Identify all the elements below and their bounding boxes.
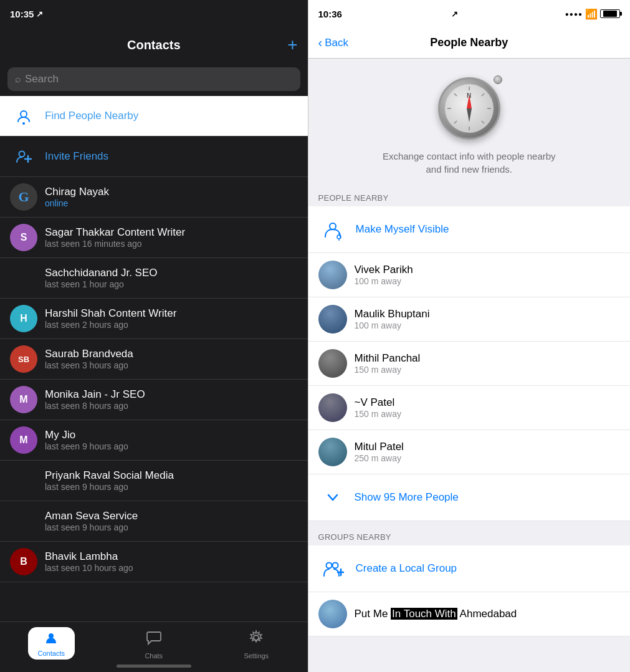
nav-contacts-container: Contacts [28, 627, 75, 660]
avatar [10, 467, 37, 494]
nearby-person-item[interactable]: Mithil Panchal 150 m away [308, 342, 630, 386]
create-group-icon-container [318, 554, 347, 583]
svg-line-13 [454, 121, 457, 123]
nearby-name: Vivek Parikh [355, 264, 413, 276]
section-separator [308, 521, 630, 527]
find-people-nearby-item[interactable]: Find People Nearby [0, 96, 308, 137]
contact-info: Sachchidanand Jr. SEO last seen 1 hour a… [45, 267, 298, 289]
contact-name: Harshil Shah Content Writer [45, 307, 298, 320]
make-visible-label: Make Myself Visible [356, 223, 449, 236]
compass-description: Exchange contact info with people nearby… [383, 150, 556, 176]
nearby-person-item[interactable]: Vivek Parikh 100 m away [308, 253, 630, 297]
contact-name: My Jio [45, 429, 298, 441]
settings-nav-icon [248, 630, 264, 650]
contacts-title: Contacts [127, 38, 181, 52]
avatar: M [10, 386, 37, 413]
left-panel: 10:35 ↗ Contacts + ⌕ Search Find People … [0, 0, 308, 672]
contact-item[interactable]: Priyank Raval Social Media last seen 9 h… [0, 461, 308, 501]
wifi-icon: 📶 [585, 8, 598, 20]
status-bar-right: 10:36 ↗ ●●●● 📶 [308, 0, 630, 27]
nav-settings[interactable]: Settings [205, 627, 308, 660]
nearby-avatar [318, 305, 347, 334]
back-button[interactable]: ‹ Back [318, 36, 348, 50]
nearby-info: Maulik Bhuptani 100 m away [355, 308, 430, 330]
contact-item[interactable]: SB Saurab Brandveda last seen 3 hours ag… [0, 339, 308, 380]
compass-section: N Exchange contact info with people near… [308, 59, 630, 188]
contact-name: Priyank Raval Social Media [45, 469, 298, 482]
add-contact-button[interactable]: + [287, 35, 297, 55]
status-bar-left: 10:35 ↗ [0, 0, 308, 27]
contact-status: last seen 3 hours ago [45, 360, 298, 370]
contact-item[interactable]: M My Jio last seen 9 hours ago [0, 420, 308, 461]
contact-name: Aman Seva Service [45, 510, 298, 522]
contact-item[interactable]: M Monika Jain - Jr SEO last seen 8 hours… [0, 380, 308, 420]
contact-status: last seen 9 hours ago [45, 441, 298, 451]
nearby-info: Mithil Panchal 150 m away [355, 352, 421, 375]
contact-info: Harshil Shah Content Writer last seen 2 … [45, 307, 298, 330]
invite-friends-item[interactable]: Invite Friends [0, 137, 308, 177]
contacts-nav-label: Contacts [38, 650, 65, 657]
svg-point-2 [19, 151, 25, 157]
bottom-nav-items: Contacts Chats Settings [0, 622, 308, 660]
contact-item[interactable]: G Chirag Nayak online [0, 177, 308, 218]
contact-info: Priyank Raval Social Media last seen 9 h… [45, 469, 298, 492]
create-group-icon [322, 557, 344, 580]
create-local-group-button[interactable]: Create a Local Group [308, 545, 630, 592]
contact-info: My Jio last seen 9 hours ago [45, 429, 298, 451]
put-in-touch-info: Put Me In Touch With Ahmedabad [355, 608, 620, 620]
contact-item[interactable]: B Bhavik Lambha last seen 10 hours ago [0, 542, 308, 582]
nav-bar-right: ‹ Back People Nearby [308, 27, 630, 59]
nav-chats[interactable]: Chats [103, 627, 206, 660]
chats-nav-icon [146, 630, 162, 650]
contact-item[interactable]: S Sagar Thakkar Content Writer last seen… [0, 218, 308, 258]
compass-icon: N [438, 77, 500, 140]
dots-icon: ●●●● [565, 11, 583, 17]
time-right: 10:36 [318, 9, 342, 19]
page-title: People Nearby [430, 36, 508, 49]
nearby-avatar [318, 393, 347, 422]
chevron-down-icon [318, 483, 347, 512]
search-bar[interactable]: ⌕ Search [7, 67, 300, 91]
nearby-person-item[interactable]: Maulik Bhuptani 100 m away [308, 297, 630, 342]
time-left: 10:35 [10, 9, 34, 19]
contacts-nav-icon [44, 631, 58, 648]
contact-status: last seen 1 hour ago [45, 279, 298, 289]
show-more-button[interactable]: Show 95 More People [308, 474, 630, 521]
put-in-touch-avatar [318, 600, 347, 628]
search-placeholder: Search [25, 73, 59, 85]
nearby-name: Mitul Patel [355, 441, 404, 453]
avatar: G [10, 183, 37, 211]
groups-nearby-list: Create a Local Group Put Me In Touch Wit… [308, 545, 630, 636]
nearby-person-item[interactable]: ~V Patel 150 m away [308, 386, 630, 430]
find-people-info: Find People Nearby [45, 110, 298, 122]
nearby-name: Mithil Panchal [355, 352, 421, 365]
show-more-label: Show 95 More People [355, 491, 459, 504]
home-indicator [117, 665, 191, 668]
make-visible-row[interactable]: Make Myself Visible [308, 206, 630, 253]
nav-contacts[interactable]: Contacts [0, 627, 103, 660]
people-nearby-list: Make Myself Visible Vivek Parikh 100 m a… [308, 206, 630, 521]
contact-status: last seen 16 minutes ago [45, 239, 298, 249]
nearby-person-item[interactable]: Mitul Patel 250 m away [308, 430, 630, 474]
put-in-touch-item[interactable]: Put Me In Touch With Ahmedabad [308, 592, 630, 636]
nearby-distance: 250 m away [355, 453, 404, 463]
bottom-nav: Contacts Chats Settings [0, 622, 308, 672]
avatar: B [10, 548, 37, 575]
contact-item[interactable]: Aman Seva Service last seen 9 hours ago [0, 501, 308, 542]
invite-friends-icon [10, 143, 37, 170]
chats-nav-label: Chats [145, 652, 163, 660]
location-icon-right: ↗ [451, 9, 458, 19]
svg-point-20 [326, 563, 332, 569]
contact-item[interactable]: Sachchidanand Jr. SEO last seen 1 hour a… [0, 258, 308, 299]
contact-info: Monika Jain - Jr SEO last seen 8 hours a… [45, 388, 298, 411]
svg-point-0 [21, 111, 27, 117]
find-people-label: Find People Nearby [45, 110, 298, 122]
invite-friends-label: Invite Friends [45, 150, 298, 163]
contact-item[interactable]: H Harshil Shah Content Writer last seen … [0, 299, 308, 339]
battery-icon [600, 9, 620, 18]
create-local-group-label: Create a Local Group [356, 562, 457, 575]
put-in-touch-name: Put Me In Touch With Ahmedabad [355, 608, 620, 620]
contact-info: Bhavik Lambha last seen 10 hours ago [45, 550, 298, 573]
section-people-nearby-header: PEOPLE NEARBY [308, 188, 630, 206]
contact-info: Aman Seva Service last seen 9 hours ago [45, 510, 298, 532]
